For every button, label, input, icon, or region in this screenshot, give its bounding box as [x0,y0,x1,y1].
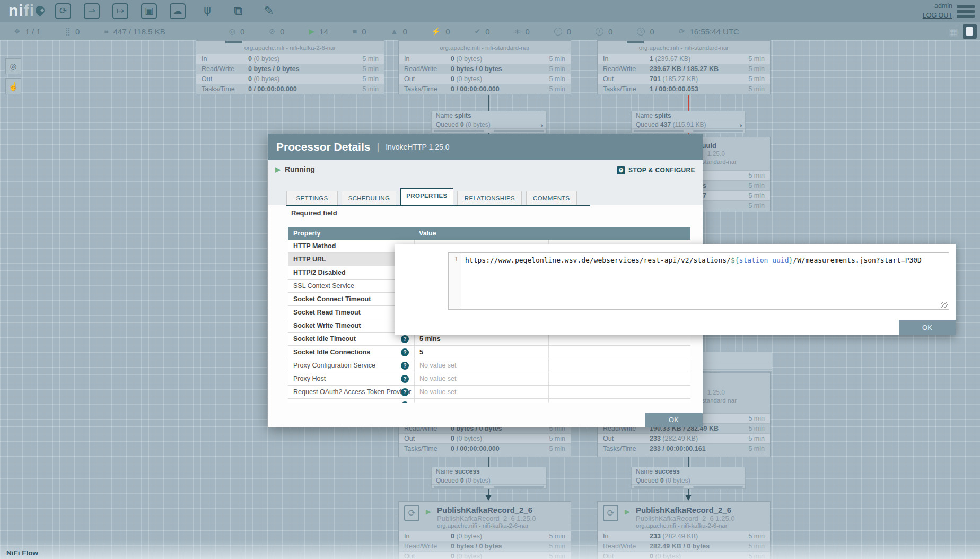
connection-line[interactable] [688,457,689,467]
value-editor[interactable]: 1 https://www.pegelonline.wsv.de/webserv… [448,252,949,310]
stat-row: Read/Write239.67 KB / 185.27 KB5 min [598,64,770,74]
dialog-tabs: SETTINGS SCHEDULING PROPERTIES RELATIONS… [286,188,579,205]
breadcrumb[interactable]: NiFi Flow [6,549,38,557]
processor-frame-icon: ⟳ [404,505,419,521]
navigate-palette-button[interactable]: ◎ [5,58,21,74]
stale-icon: ↑ [554,28,562,36]
stat-row: Tasks/Time1 / 00:00:00.0535 min [598,84,770,94]
stat-row: Tasks/Time0 / 00:00:00.0005 min [399,443,571,453]
stat-row: Out0 (0 bytes)5 min [196,74,384,84]
editor-ok-button[interactable]: OK [899,320,956,335]
label-icon[interactable]: ✎ [260,2,278,20]
connection-line-backpressure[interactable] [688,95,689,111]
tab-settings[interactable]: SETTINGS [286,191,338,205]
property-row[interactable]: Request OAuth2 Access Token Provider?No … [288,386,690,399]
processor-icon[interactable]: ⟳ [55,3,71,19]
not-transmitting-count: 0 [280,27,284,36]
nifi-logo: nifi [8,2,45,20]
property-row[interactable]: Socket Idle Connections?5 [288,346,690,359]
tab-properties[interactable]: PROPERTIES [400,188,453,205]
stat-row: Out0 (0 bytes)5 min [399,74,571,84]
editor-text[interactable]: https://www.pegelonline.wsv.de/webservic… [465,256,947,264]
global-menu-icon[interactable] [957,5,975,20]
connection-line[interactable] [488,95,489,111]
running-status-label: Running [285,165,315,173]
queued-count: 447 / 118.5 KB [113,27,165,36]
refresh-icon[interactable]: ⟳ [679,27,685,36]
stat-row: Tasks/Time0 / 00:00:00.0005 min [399,84,571,94]
stat-row: Tasks/Time233 / 00:00:00.1615 min [598,443,770,453]
help-icon[interactable]: ? [401,335,409,343]
help-icon[interactable]: ? [401,388,409,396]
output-port-icon[interactable]: ↦ [112,3,128,19]
process-group-icon[interactable]: ▣ [141,3,157,19]
stat-row: Read/Write0 bytes / 0 bytes5 min [399,64,571,74]
bottom-fade [0,540,980,559]
stat-row: In0 (0 bytes)5 min [399,54,571,64]
note-icon [966,27,973,36]
transmitting-count: 0 [240,27,244,36]
processor-bundle: org.apache.nifi - nifi-standard-nar [598,41,770,54]
connection-label-splits-1[interactable]: Name splits Queued 0 (0 bytes)◑ [431,111,547,133]
tab-relationships[interactable]: RELATIONSHIPS [457,191,522,205]
dialog-title: Processor Details [276,141,370,153]
processor-top-right[interactable]: org.apache.nifi - nifi-standard-nar In1 … [597,40,771,94]
grid-toggle-icon[interactable]: ▦ [949,25,958,38]
dialog-header: Processor Details | InvokeHTTP 1.25.0 [268,134,703,160]
queued-icon: ≡ [104,27,108,36]
dialog-title-separator: | [377,142,379,153]
running-state-icon: ▶ [625,508,630,516]
tab-scheduling[interactable]: SCHEDULING [342,191,396,205]
processor-top-middle[interactable]: org.apache.nifi - nifi-standard-nar In0 … [398,40,571,94]
connection-label-success-1[interactable]: Name success Queued 0 (0 bytes) [431,467,547,489]
funnel-icon[interactable]: ⋔ [198,2,216,20]
operate-palette-button[interactable]: ☝ [5,78,21,94]
processor-bundle: org.apache.nifi - nifi-kafka-2-6-nar [437,522,529,529]
locally-modified-stale-count: 0 [608,27,612,36]
required-field-label: Required field [291,209,337,217]
birdseye-icon: ◎ [10,62,16,71]
nifi-app: nifi ⟳ ⇀ ↦ ▣ ☁ ⋔ ⧉ ✎ admin LOG OUT ❖1 / … [0,0,980,559]
stop-configure-label: STOP & CONFIGURE [628,167,695,174]
dialog-ok-button[interactable]: OK [645,413,703,427]
current-user: admin [923,2,952,10]
remote-process-group-icon[interactable]: ☁ [170,3,186,19]
stat-row: Read/Write0 bytes / 0 bytes5 min [196,64,384,74]
input-port-icon[interactable]: ⇀ [84,3,100,19]
resize-handle[interactable] [941,302,948,308]
stop-configure-icon: ⚙ [617,166,625,174]
help-icon[interactable]: ? [401,362,409,370]
tab-comments[interactable]: COMMENTS [526,191,577,205]
connection-line[interactable] [488,457,489,467]
table-header: Property Value [288,227,690,240]
nifi-drop-icon [33,4,46,16]
property-row[interactable]: Proxy Configuration Service?No value set [288,359,690,372]
help-icon[interactable]: ? [401,401,409,403]
processor-bundle: org.apache.nifi - nifi-kafka-2-6-nar [196,41,384,54]
toolbar: nifi ⟳ ⇀ ↦ ▣ ☁ ⋔ ⧉ ✎ admin LOG OUT [0,0,980,22]
connection-arrow-icon [485,495,492,501]
logout-link[interactable]: LOG OUT [923,12,952,19]
property-row-clipped[interactable]: Request Username?No value set [288,399,690,403]
stat-row: Tasks/Time0 / 00:00:00.0005 min [196,84,384,94]
sync-failure-icon: ? [637,28,645,36]
connection-label-splits-2[interactable]: Name splits Queued 437 (115.91 KB)◑ [631,111,746,133]
help-icon[interactable]: ? [401,348,409,356]
stop-and-configure-button[interactable]: ⚙ STOP & CONFIGURE [617,166,695,174]
connection-label-success-2[interactable]: Name success Queued 0 (0 bytes) [631,467,746,489]
hand-icon: ☝ [8,82,19,91]
dialog-subtitle: InvokeHTTP 1.25.0 [386,143,449,151]
processor-bundle: org.apache.nifi - nifi-kafka-2-6-nar [636,522,728,529]
help-icon[interactable]: ? [401,375,409,383]
running-status-icon: ▶ [275,165,281,173]
property-row[interactable]: Proxy Host?No value set [288,372,690,386]
stat-row: Out701 (185.27 KB)5 min [598,74,770,84]
processor-top-left[interactable]: org.apache.nifi - nifi-kafka-2-6-nar In0… [196,40,384,94]
processor-name: PublishKafkaRecord_2_6 [437,505,532,514]
invalid-count: 0 [402,27,407,36]
new-note-button[interactable] [962,24,977,39]
disabled-icon: ⚡ [432,27,441,36]
template-icon[interactable]: ⧉ [229,2,247,20]
logo-text-ni: ni [8,2,24,19]
processor-bundle: org.apache.nifi - nifi-standard-nar [399,41,571,54]
